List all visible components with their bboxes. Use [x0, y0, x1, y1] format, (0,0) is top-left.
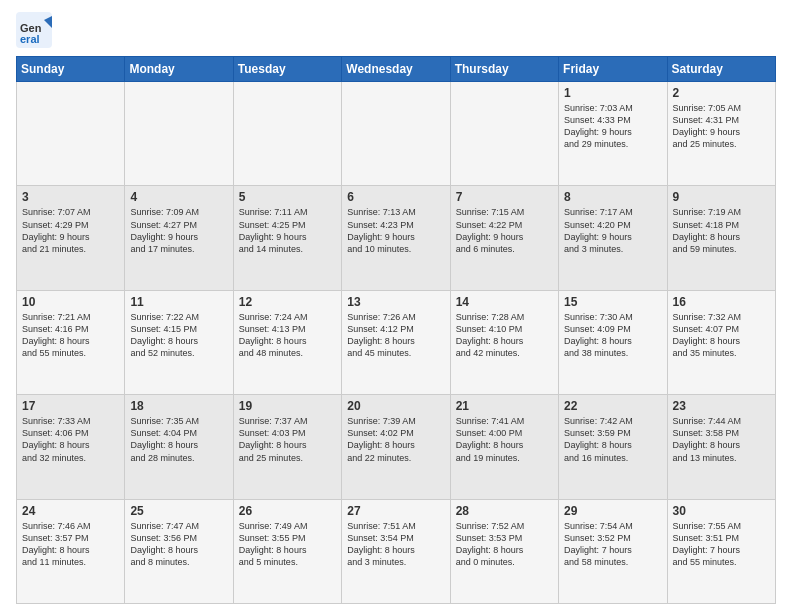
day-info: Sunrise: 7:42 AM Sunset: 3:59 PM Dayligh… [564, 415, 661, 464]
day-cell: 8Sunrise: 7:17 AM Sunset: 4:20 PM Daylig… [559, 186, 667, 290]
day-number: 21 [456, 399, 553, 413]
day-info: Sunrise: 7:41 AM Sunset: 4:00 PM Dayligh… [456, 415, 553, 464]
day-number: 15 [564, 295, 661, 309]
day-number: 13 [347, 295, 444, 309]
week-row-0: 1Sunrise: 7:03 AM Sunset: 4:33 PM Daylig… [17, 82, 776, 186]
header: Gen eral [16, 12, 776, 48]
day-cell: 22Sunrise: 7:42 AM Sunset: 3:59 PM Dayli… [559, 395, 667, 499]
day-cell: 2Sunrise: 7:05 AM Sunset: 4:31 PM Daylig… [667, 82, 775, 186]
day-cell: 17Sunrise: 7:33 AM Sunset: 4:06 PM Dayli… [17, 395, 125, 499]
day-number: 17 [22, 399, 119, 413]
day-number: 27 [347, 504, 444, 518]
logo-icon: Gen eral [16, 12, 52, 48]
day-info: Sunrise: 7:55 AM Sunset: 3:51 PM Dayligh… [673, 520, 770, 569]
day-number: 1 [564, 86, 661, 100]
day-cell [342, 82, 450, 186]
calendar: SundayMondayTuesdayWednesdayThursdayFrid… [16, 56, 776, 604]
day-cell: 26Sunrise: 7:49 AM Sunset: 3:55 PM Dayli… [233, 499, 341, 603]
day-info: Sunrise: 7:28 AM Sunset: 4:10 PM Dayligh… [456, 311, 553, 360]
day-number: 29 [564, 504, 661, 518]
day-cell: 14Sunrise: 7:28 AM Sunset: 4:10 PM Dayli… [450, 290, 558, 394]
calendar-table: SundayMondayTuesdayWednesdayThursdayFrid… [16, 56, 776, 604]
day-info: Sunrise: 7:03 AM Sunset: 4:33 PM Dayligh… [564, 102, 661, 151]
day-cell: 18Sunrise: 7:35 AM Sunset: 4:04 PM Dayli… [125, 395, 233, 499]
day-number: 5 [239, 190, 336, 204]
day-cell: 19Sunrise: 7:37 AM Sunset: 4:03 PM Dayli… [233, 395, 341, 499]
header-cell-monday: Monday [125, 57, 233, 82]
day-cell: 12Sunrise: 7:24 AM Sunset: 4:13 PM Dayli… [233, 290, 341, 394]
day-info: Sunrise: 7:11 AM Sunset: 4:25 PM Dayligh… [239, 206, 336, 255]
day-cell: 27Sunrise: 7:51 AM Sunset: 3:54 PM Dayli… [342, 499, 450, 603]
day-info: Sunrise: 7:17 AM Sunset: 4:20 PM Dayligh… [564, 206, 661, 255]
day-cell: 15Sunrise: 7:30 AM Sunset: 4:09 PM Dayli… [559, 290, 667, 394]
day-info: Sunrise: 7:51 AM Sunset: 3:54 PM Dayligh… [347, 520, 444, 569]
header-cell-saturday: Saturday [667, 57, 775, 82]
day-info: Sunrise: 7:09 AM Sunset: 4:27 PM Dayligh… [130, 206, 227, 255]
header-cell-friday: Friday [559, 57, 667, 82]
day-number: 28 [456, 504, 553, 518]
day-number: 6 [347, 190, 444, 204]
day-info: Sunrise: 7:30 AM Sunset: 4:09 PM Dayligh… [564, 311, 661, 360]
day-info: Sunrise: 7:44 AM Sunset: 3:58 PM Dayligh… [673, 415, 770, 464]
day-cell: 29Sunrise: 7:54 AM Sunset: 3:52 PM Dayli… [559, 499, 667, 603]
day-cell [450, 82, 558, 186]
day-cell: 16Sunrise: 7:32 AM Sunset: 4:07 PM Dayli… [667, 290, 775, 394]
day-number: 12 [239, 295, 336, 309]
day-number: 14 [456, 295, 553, 309]
day-number: 20 [347, 399, 444, 413]
day-number: 25 [130, 504, 227, 518]
day-info: Sunrise: 7:46 AM Sunset: 3:57 PM Dayligh… [22, 520, 119, 569]
day-number: 19 [239, 399, 336, 413]
svg-text:eral: eral [20, 33, 40, 45]
day-info: Sunrise: 7:47 AM Sunset: 3:56 PM Dayligh… [130, 520, 227, 569]
day-cell: 7Sunrise: 7:15 AM Sunset: 4:22 PM Daylig… [450, 186, 558, 290]
day-number: 3 [22, 190, 119, 204]
header-cell-sunday: Sunday [17, 57, 125, 82]
day-info: Sunrise: 7:13 AM Sunset: 4:23 PM Dayligh… [347, 206, 444, 255]
day-info: Sunrise: 7:49 AM Sunset: 3:55 PM Dayligh… [239, 520, 336, 569]
header-cell-tuesday: Tuesday [233, 57, 341, 82]
day-info: Sunrise: 7:15 AM Sunset: 4:22 PM Dayligh… [456, 206, 553, 255]
week-row-1: 3Sunrise: 7:07 AM Sunset: 4:29 PM Daylig… [17, 186, 776, 290]
day-info: Sunrise: 7:21 AM Sunset: 4:16 PM Dayligh… [22, 311, 119, 360]
day-cell: 1Sunrise: 7:03 AM Sunset: 4:33 PM Daylig… [559, 82, 667, 186]
day-number: 26 [239, 504, 336, 518]
week-row-3: 17Sunrise: 7:33 AM Sunset: 4:06 PM Dayli… [17, 395, 776, 499]
logo: Gen eral [16, 12, 56, 48]
day-cell: 25Sunrise: 7:47 AM Sunset: 3:56 PM Dayli… [125, 499, 233, 603]
day-cell [233, 82, 341, 186]
day-cell: 3Sunrise: 7:07 AM Sunset: 4:29 PM Daylig… [17, 186, 125, 290]
day-info: Sunrise: 7:26 AM Sunset: 4:12 PM Dayligh… [347, 311, 444, 360]
day-cell: 21Sunrise: 7:41 AM Sunset: 4:00 PM Dayli… [450, 395, 558, 499]
day-cell: 11Sunrise: 7:22 AM Sunset: 4:15 PM Dayli… [125, 290, 233, 394]
day-number: 11 [130, 295, 227, 309]
day-number: 2 [673, 86, 770, 100]
day-cell [125, 82, 233, 186]
day-cell: 13Sunrise: 7:26 AM Sunset: 4:12 PM Dayli… [342, 290, 450, 394]
day-info: Sunrise: 7:07 AM Sunset: 4:29 PM Dayligh… [22, 206, 119, 255]
day-info: Sunrise: 7:39 AM Sunset: 4:02 PM Dayligh… [347, 415, 444, 464]
day-cell [17, 82, 125, 186]
day-info: Sunrise: 7:33 AM Sunset: 4:06 PM Dayligh… [22, 415, 119, 464]
day-number: 7 [456, 190, 553, 204]
week-row-4: 24Sunrise: 7:46 AM Sunset: 3:57 PM Dayli… [17, 499, 776, 603]
page: Gen eral SundayMondayTuesdayWednesdayThu… [0, 0, 792, 612]
day-cell: 5Sunrise: 7:11 AM Sunset: 4:25 PM Daylig… [233, 186, 341, 290]
day-number: 10 [22, 295, 119, 309]
day-cell: 28Sunrise: 7:52 AM Sunset: 3:53 PM Dayli… [450, 499, 558, 603]
day-info: Sunrise: 7:54 AM Sunset: 3:52 PM Dayligh… [564, 520, 661, 569]
day-info: Sunrise: 7:05 AM Sunset: 4:31 PM Dayligh… [673, 102, 770, 151]
day-cell: 23Sunrise: 7:44 AM Sunset: 3:58 PM Dayli… [667, 395, 775, 499]
header-cell-thursday: Thursday [450, 57, 558, 82]
day-cell: 20Sunrise: 7:39 AM Sunset: 4:02 PM Dayli… [342, 395, 450, 499]
day-info: Sunrise: 7:22 AM Sunset: 4:15 PM Dayligh… [130, 311, 227, 360]
week-row-2: 10Sunrise: 7:21 AM Sunset: 4:16 PM Dayli… [17, 290, 776, 394]
day-info: Sunrise: 7:52 AM Sunset: 3:53 PM Dayligh… [456, 520, 553, 569]
day-cell: 9Sunrise: 7:19 AM Sunset: 4:18 PM Daylig… [667, 186, 775, 290]
day-number: 30 [673, 504, 770, 518]
day-cell: 30Sunrise: 7:55 AM Sunset: 3:51 PM Dayli… [667, 499, 775, 603]
day-number: 8 [564, 190, 661, 204]
day-info: Sunrise: 7:35 AM Sunset: 4:04 PM Dayligh… [130, 415, 227, 464]
day-info: Sunrise: 7:19 AM Sunset: 4:18 PM Dayligh… [673, 206, 770, 255]
day-info: Sunrise: 7:24 AM Sunset: 4:13 PM Dayligh… [239, 311, 336, 360]
